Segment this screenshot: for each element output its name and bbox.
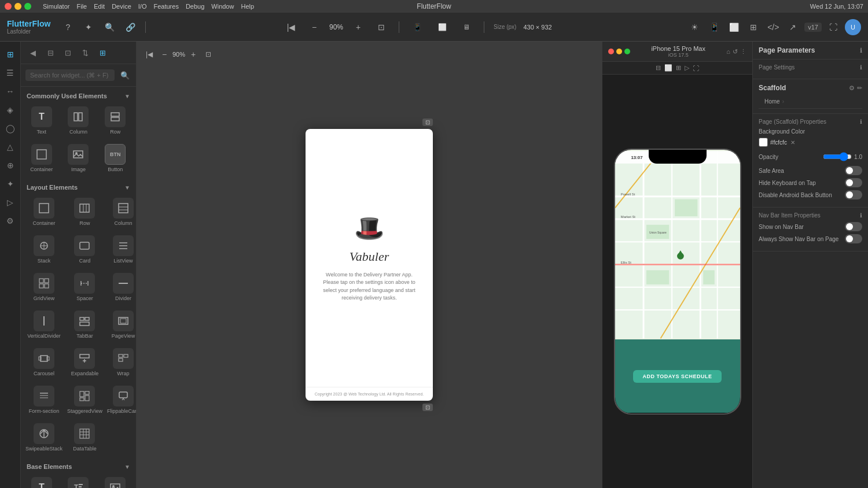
canvas-zoom-out-icon[interactable]: −	[159, 49, 170, 60]
close-button[interactable]	[5, 3, 12, 10]
show-nav-bar-toggle[interactable]	[845, 222, 862, 231]
link-icon[interactable]: 🔗	[122, 19, 138, 35]
build-icon[interactable]: ⊞	[2, 46, 19, 62]
help-icon[interactable]: ?	[60, 19, 76, 35]
layout-wrap[interactable]: Wrap	[106, 345, 136, 380]
iphone-minimize[interactable]	[616, 49, 622, 54]
layout-elements-header[interactable]: Layout Elements ▼	[21, 180, 136, 193]
app-menu-debug[interactable]: Debug	[186, 3, 204, 10]
components-icon[interactable]: ⊟	[43, 45, 58, 60]
layout-carousel[interactable]: Carousel	[24, 345, 64, 380]
base-elements-header[interactable]: Base Elements ▼	[21, 460, 136, 472]
scaffold-edit-icon[interactable]: ✏	[857, 84, 862, 92]
bg-color-swatch[interactable]: #fcfcfc	[759, 138, 787, 147]
page-params-info-icon[interactable]: ℹ	[860, 47, 862, 54]
iphone-action5[interactable]: ⛶	[693, 65, 699, 72]
fit-icon[interactable]: ⊡	[373, 19, 389, 35]
properties-info-icon[interactable]: ℹ	[860, 119, 862, 125]
minimize-button[interactable]	[14, 3, 21, 10]
layout-pageview[interactable]: PageView	[106, 307, 136, 342]
layout-formsection[interactable]: Form-section	[24, 382, 64, 417]
opacity-slider[interactable]	[823, 150, 852, 163]
desktop-device-btn[interactable]: 🖥	[458, 21, 475, 34]
layout-container[interactable]: Container	[24, 194, 64, 230]
api-icon[interactable]: ⊕	[2, 157, 19, 173]
canvas-fit-icon[interactable]: ⊡	[201, 47, 215, 61]
custom-icon[interactable]: ✦	[2, 176, 19, 192]
zoom-in-icon[interactable]: +	[350, 19, 366, 35]
iphone-refresh-icon[interactable]: ↺	[733, 48, 738, 56]
app-menu-window[interactable]: Window	[211, 3, 234, 10]
layout-datatable[interactable]: DataTable	[66, 420, 104, 455]
base-richtext[interactable]: T RichText	[61, 474, 96, 488]
base-image[interactable]: Image	[98, 474, 133, 488]
settings-icon[interactable]: ✦	[80, 19, 97, 35]
collapse-icon[interactable]: ◀	[25, 45, 41, 60]
search-input[interactable]	[25, 69, 115, 81]
layout-spacer[interactable]: Spacer	[66, 269, 104, 305]
iphone-action2[interactable]: ⬜	[664, 64, 672, 72]
sort-icon[interactable]: ⇅	[78, 45, 93, 60]
safe-area-toggle[interactable]	[845, 166, 862, 175]
layout-expandable[interactable]: Expandable	[66, 345, 104, 380]
app-menu-file[interactable]: File	[76, 3, 87, 10]
layout-card[interactable]: Card	[66, 232, 104, 267]
theme-icon[interactable]: ◯	[2, 120, 19, 136]
widget-column[interactable]: Column	[61, 103, 96, 138]
bg-color-clear[interactable]: ✕	[790, 139, 795, 146]
iphone-close[interactable]	[608, 49, 614, 54]
phone-icon[interactable]: 📱	[706, 19, 722, 35]
share-icon[interactable]: ↗	[785, 19, 801, 35]
grid-icon[interactable]: ⊞	[745, 19, 762, 35]
app-menu-simulator[interactable]: Simulator	[43, 3, 69, 10]
layout-divider[interactable]: Divider	[106, 269, 136, 305]
layout-listview[interactable]: ListView	[106, 232, 136, 267]
layers-icon[interactable]: ☰	[2, 65, 19, 81]
iphone-menu-icon[interactable]: ⋮	[740, 48, 746, 56]
iphone-action3[interactable]: ⊞	[676, 64, 681, 72]
widget-container[interactable]: Container	[24, 141, 59, 176]
layout-row[interactable]: Row	[66, 194, 104, 230]
layout-swipeablestack[interactable]: SwipeableStack	[24, 420, 64, 455]
iphone-fullscreen[interactable]	[624, 49, 630, 54]
widget-button[interactable]: BTN Button	[98, 141, 133, 176]
app-menu-help[interactable]: Help	[241, 3, 254, 10]
sun-icon[interactable]: ☀	[686, 19, 703, 35]
iphone-home-icon[interactable]: ⌂	[726, 48, 730, 55]
iphone-action1[interactable]: ⊟	[656, 64, 661, 72]
expand-icon[interactable]: ⛶	[825, 19, 841, 35]
layout-flippablecard[interactable]: FlippableCard	[106, 382, 136, 417]
search-submit-icon[interactable]: 🔍	[118, 68, 131, 83]
keyboard-toggle[interactable]	[845, 178, 862, 187]
app-menu-device[interactable]: Device	[112, 3, 131, 10]
zoom-out-icon[interactable]: −	[306, 19, 322, 35]
connect-icon[interactable]: ↔	[2, 83, 19, 99]
search-icon[interactable]: 🔍	[101, 19, 117, 35]
logic-icon[interactable]: △	[2, 139, 19, 155]
app-menu-io[interactable]: I/O	[138, 3, 147, 10]
widget-row[interactable]: Row	[98, 103, 133, 138]
layout-column[interactable]: Column	[106, 194, 136, 230]
test-icon[interactable]: ▷	[2, 194, 19, 210]
avatar-icon[interactable]: U	[845, 19, 861, 35]
iphone-action4[interactable]: ▷	[685, 64, 689, 72]
code-icon[interactable]: </>	[765, 19, 781, 35]
tablet-device-btn[interactable]: ⬜	[433, 21, 451, 34]
page-settings-info-icon[interactable]: ℹ	[860, 64, 862, 71]
always-show-nav-toggle[interactable]	[845, 234, 862, 243]
canvas-zoom-in-icon[interactable]: +	[187, 49, 199, 60]
app-menu-features[interactable]: Features	[153, 3, 178, 10]
data-icon[interactable]: ◈	[2, 102, 19, 118]
mobile-device-btn[interactable]: 📱	[409, 21, 426, 34]
layout-stack[interactable]: Stack	[24, 232, 64, 267]
layout-verticaldivider[interactable]: VerticalDivider	[24, 307, 64, 342]
scaffold-settings-icon[interactable]: ⚙	[849, 84, 855, 92]
fullscreen-button[interactable]	[24, 3, 31, 10]
tablet-icon[interactable]: ⬜	[726, 19, 742, 35]
widget-text[interactable]: T Text	[24, 103, 59, 138]
base-text[interactable]: T Text	[24, 474, 59, 488]
widget-image[interactable]: Image	[61, 141, 96, 176]
layout-gridview[interactable]: GridView	[24, 269, 64, 305]
layout-tabbar[interactable]: TabBar	[66, 307, 104, 342]
iphone-schedule-btn[interactable]: ADD TODAYS SCHEDULE	[633, 370, 721, 383]
